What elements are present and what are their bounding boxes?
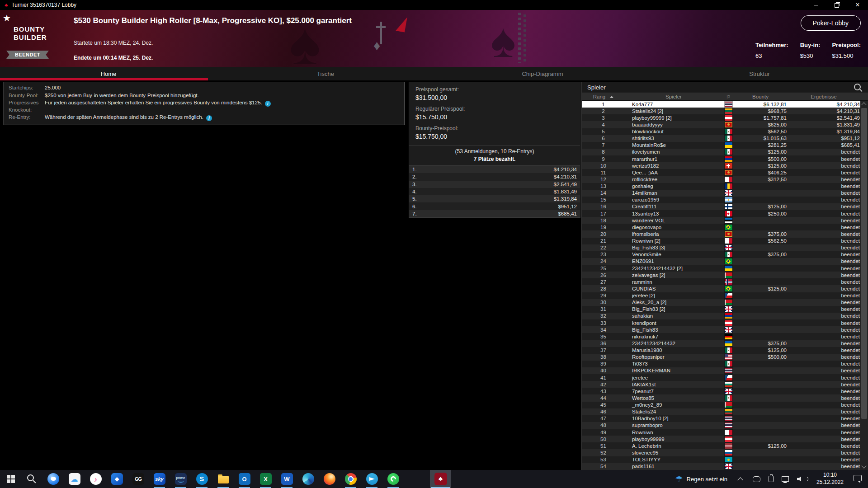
word-taskbar-icon[interactable]: W <box>276 470 297 488</box>
restore-button[interactable] <box>826 0 847 10</box>
player-row[interactable]: 34Big_Fish83beendet <box>582 326 860 333</box>
pokerstars-taskbar-icon[interactable]: ♠ <box>430 470 451 488</box>
player-row[interactable]: 4baaaaddyyyy$625,00$1.831,49 <box>582 121 860 128</box>
outlook-taskbar-icon[interactable]: O <box>234 470 255 488</box>
firefox-taskbar-icon[interactable] <box>319 470 340 488</box>
player-row[interactable]: 40IRKPOKERMANbeendet <box>582 367 860 374</box>
icloud-taskbar-icon[interactable]: ☁ <box>64 470 85 488</box>
tab-tische[interactable]: Tische <box>217 67 434 80</box>
prime-video-taskbar-icon[interactable]: prime <box>170 470 191 488</box>
player-row[interactable]: 38Rooftopsniper$500,00beendet <box>582 354 860 361</box>
players-scrollbar[interactable] <box>860 101 868 470</box>
messages-taskbar-icon[interactable] <box>42 470 64 488</box>
column-bounty[interactable]: Bounty <box>734 94 787 99</box>
usb-icon[interactable] <box>769 476 774 482</box>
edge-taskbar-icon[interactable] <box>297 470 319 488</box>
player-row[interactable]: 24ENZ0691beendet <box>582 258 860 265</box>
player-row[interactable]: 10wertzu9182$125,00beendet <box>582 162 860 169</box>
player-row[interactable]: 50playboy99999beendet <box>582 436 860 442</box>
poker-lobby-button[interactable]: Poker-Lobby <box>801 15 861 31</box>
network-icon[interactable] <box>782 476 789 482</box>
player-row[interactable]: 20ifromsiberia$375,00beendet <box>582 230 860 237</box>
player-row[interactable]: 28GUNDIAS$125,00beendet <box>582 285 860 292</box>
scroll-down-icon[interactable] <box>861 463 866 468</box>
scroll-up-icon[interactable] <box>861 102 866 107</box>
player-row[interactable]: 49Rowniwnbeendet <box>582 429 860 436</box>
column-player[interactable]: Spieler <box>625 94 722 99</box>
player-row[interactable]: 30Aleks_20_a [2]beendet <box>582 299 860 306</box>
ggpoker-taskbar-icon[interactable]: GG <box>127 470 149 488</box>
player-row[interactable]: 3playboy99999 [2]$1.757,81$2.541,49 <box>582 114 860 121</box>
column-rank[interactable]: Rang <box>582 94 625 99</box>
player-row[interactable]: 13goshalegbeendet <box>582 183 860 190</box>
player-row[interactable]: 22Big_Fish83 [3]beendet <box>582 244 860 251</box>
player-row[interactable]: 12rofllocktree$312,50beendet <box>582 176 860 183</box>
tab-chip-diagramm[interactable]: Chip-Diagramm <box>434 67 651 80</box>
search-taskbar-icon[interactable] <box>21 470 42 488</box>
player-row[interactable]: 7MountainRo$e$281,25$685,41 <box>582 142 860 149</box>
weather-text[interactable]: Regen setzt ein <box>687 476 727 483</box>
whatsapp-taskbar-icon[interactable] <box>382 470 404 488</box>
skype-taskbar-icon[interactable]: S <box>191 470 212 488</box>
telegram-taskbar-icon[interactable] <box>361 470 382 488</box>
player-row[interactable]: 41jereteebeendet <box>582 374 860 381</box>
favorite-star-icon[interactable]: ★ <box>3 13 11 23</box>
tray-expand-icon[interactable] <box>737 477 743 483</box>
player-row[interactable]: 6shtirlits93$1.015,63$951,12 <box>582 135 860 142</box>
tray-app-icon[interactable] <box>753 476 760 482</box>
player-row[interactable]: 52slovenec95beendet <box>582 449 860 456</box>
player-row[interactable]: 25234241234214432 [2]beendet <box>582 265 860 272</box>
player-row[interactable]: 37Marusia1980$125,00beendet <box>582 347 860 354</box>
player-row[interactable]: 45_m0ney2_89beendet <box>582 402 860 408</box>
player-row[interactable]: 27ramminnbeendet <box>582 278 860 285</box>
player-row[interactable]: 2Stakelis24 [2]$968,75$4.210,31 <box>582 108 860 114</box>
player-row[interactable]: 33krendipontbeendet <box>582 319 860 326</box>
players-table-header[interactable]: Rang Spieler ⚐ Bounty Ergebnisse <box>582 93 868 101</box>
player-row[interactable]: 9mararthur1$500,00beendet <box>582 155 860 162</box>
volume-icon[interactable] <box>797 476 803 482</box>
start-taskbar-icon[interactable] <box>0 470 21 488</box>
player-row[interactable]: 1Ko4a777$6.132,81$4.210,34 <box>582 101 860 108</box>
player-row[interactable]: 48supramboprobeendet <box>582 422 860 429</box>
notification-center-icon[interactable] <box>854 475 862 481</box>
player-row[interactable]: 46Stakelis24beendet <box>582 408 860 415</box>
player-row[interactable]: 5blowknockout$562,50$1.319,84 <box>582 128 860 135</box>
excel-taskbar-icon[interactable]: X <box>255 470 276 488</box>
player-row[interactable]: 36234241234214432$375,00beendet <box>582 340 860 347</box>
player-row[interactable]: 53TOLSTIYYYbeendet <box>582 456 860 463</box>
player-row[interactable]: 16Creatiff111$125,00beendet <box>582 203 860 210</box>
player-row[interactable]: 54pads1161beendet <box>582 463 860 470</box>
player-row[interactable]: 15carozo1959beendet <box>582 197 860 203</box>
info-icon[interactable]: i <box>265 101 271 107</box>
column-results[interactable]: Ergebnisse <box>787 94 861 99</box>
player-row[interactable]: 42tAKtAK1stbeendet <box>582 381 860 388</box>
diamond-app-taskbar-icon[interactable]: ◆ <box>106 470 127 488</box>
close-button[interactable]: × <box>847 0 868 10</box>
player-row[interactable]: 26zelvavegas [2]beendet <box>582 272 860 278</box>
player-row[interactable]: 437peanut7beendet <box>582 388 860 394</box>
player-row[interactable]: 19diegosovapobeendet <box>582 224 860 230</box>
player-row[interactable]: 32sahakianbeendet <box>582 313 860 319</box>
player-row[interactable]: 1713santoy13$250,00beendet <box>582 210 860 217</box>
player-row[interactable]: 29jeretee [2]beendet <box>582 292 860 299</box>
sky-taskbar-icon[interactable]: sky <box>149 470 170 488</box>
player-row[interactable]: 39Ti0373beendet <box>582 361 860 367</box>
itunes-taskbar-icon[interactable]: ♪ <box>85 470 106 488</box>
flag-column-icon[interactable]: ⚐ <box>722 94 734 100</box>
player-row[interactable]: 21Rowniwn [2]$562,50beendet <box>582 238 860 244</box>
player-row[interactable]: 35niknaknuk7beendet <box>582 333 860 340</box>
player-row[interactable]: 44Wertos85beendet <box>582 394 860 401</box>
info-icon[interactable]: i <box>206 115 212 121</box>
player-row[interactable]: 4710Badboy10 [2]beendet <box>582 415 860 422</box>
clock[interactable]: 10:10 25.12.2022 <box>816 472 844 486</box>
player-row[interactable]: 8ilovetyumen$125,00beendet <box>582 149 860 155</box>
player-row[interactable]: 51A. Lechebrin$125,00beendet <box>582 442 860 449</box>
search-icon[interactable] <box>854 84 861 90</box>
weather-umbrella-icon[interactable]: ☂ <box>675 474 683 484</box>
file-explorer-taskbar-icon[interactable] <box>212 470 234 488</box>
tab-struktur[interactable]: Struktur <box>651 67 868 80</box>
player-row[interactable]: 18wanderer.VOLbeendet <box>582 217 860 224</box>
player-row[interactable]: 1414milkmanbeendet <box>582 190 860 197</box>
minimize-button[interactable] <box>806 0 826 10</box>
player-row[interactable]: 23VenomSmile$375,00beendet <box>582 251 860 258</box>
